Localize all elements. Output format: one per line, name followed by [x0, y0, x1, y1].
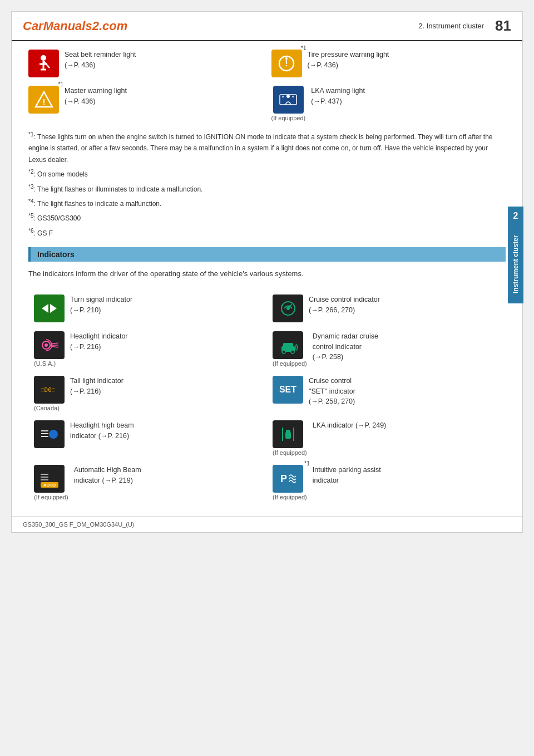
superscript-master: *1 — [58, 81, 63, 87]
header-right: 2. Instrument cluster 81 — [418, 17, 511, 35]
main-content: Seat belt reminder light(→P. 436) *1 ! T… — [12, 41, 522, 516]
svg-text:P: P — [280, 473, 287, 484]
parking-assist-sub-label: (If equipped) — [273, 494, 307, 500]
footer: GS350_300_GS F_OM_OM30G34U_(U) — [12, 516, 522, 532]
seat-belt-icon — [28, 50, 59, 77]
note-1: *1: These lights turn on when the engine… — [28, 130, 506, 165]
auto-high-beam-icon: AUTO — [34, 465, 65, 493]
headlight-sub-label: (U.S.A.) — [34, 360, 56, 367]
lka-indicator-icon — [273, 420, 303, 448]
note-3: *3: The light flashes or illuminates to … — [28, 182, 506, 195]
indicator-headlight-high-beam: Headlight high beamindicator (→P. 216) — [28, 416, 267, 460]
note-5: *5: GS350/GS300 — [28, 211, 506, 224]
note-2: *2: On some models — [28, 167, 506, 180]
svg-point-7 — [285, 57, 288, 60]
indicator-lka: (If equipped) LKA indicator (→P. 249) — [267, 416, 506, 460]
tire-pressure-icon: *1 ! — [271, 50, 302, 77]
master-warning-icon: *1 ! — [28, 86, 59, 114]
lka-sub-label: (If equipped) — [271, 115, 306, 121]
svg-point-15 — [286, 307, 290, 310]
seat-belt-label: Seat belt reminder light(→P. 436) — [65, 50, 136, 71]
set-text: SET — [279, 385, 296, 395]
svg-text:≡D0≡: ≡D0≡ — [41, 386, 56, 394]
parking-assist-icon: P — [273, 465, 303, 493]
tail-light-label: Tail light indicator(→P. 216) — [70, 376, 123, 397]
lka-indicator-label: LKA indicator (→P. 249) — [313, 420, 386, 431]
turn-signal-icon — [34, 294, 65, 322]
indicator-headlight: (U.S.A.) Headlight indicator(→P. 216) — [28, 327, 267, 371]
svg-point-18 — [44, 343, 48, 347]
indicator-cruise-control: Cruise control indicator(→P. 266, 270) — [267, 290, 506, 327]
note-6: *6: GS F — [28, 226, 506, 239]
side-label: Instrument cluster — [508, 225, 523, 303]
page-number: 81 — [495, 17, 511, 35]
auto-high-beam-label: Automatic High Beamindicator (→P. 219) — [74, 465, 141, 486]
dynamic-radar-sub-label: (If equipped) — [273, 360, 307, 367]
chapter-label: 2. Instrument cluster — [418, 22, 484, 30]
svg-text:!: ! — [285, 58, 288, 68]
lka-indicator-sub-label: (If equipped) — [273, 449, 307, 456]
side-number: 2 — [508, 207, 523, 225]
lka-warning-label: LKA warning light(→P. 437) — [311, 86, 365, 107]
svg-point-25 — [291, 350, 294, 354]
headlight-high-beam-icon — [34, 420, 65, 448]
svg-point-0 — [41, 55, 46, 61]
master-warning-label: Master warning light(→P. 436) — [65, 86, 127, 107]
page: CarManuals2.com 2. Instrument cluster 81 — [11, 11, 523, 533]
auto-high-beam-sub-label: (If equipped) — [34, 494, 68, 500]
cruise-set-label: Cruise control"SET" indicator(→P. 258, 2… — [309, 376, 355, 407]
turn-signal-label: Turn signal indicator(→P. 210) — [70, 294, 132, 316]
indicator-turn-signal: Turn signal indicator(→P. 210) — [28, 290, 267, 327]
warning-light-tire-pressure: *1 ! Tire pressure warning light(→P. 436… — [271, 50, 506, 77]
svg-text:!: ! — [42, 97, 45, 106]
warning-light-master: *1 ! Master warning light(→P. 436) — [28, 86, 263, 121]
cruise-control-icon — [273, 294, 303, 322]
headlight-label: Headlight indicator(→P. 216) — [70, 331, 128, 352]
note-4: *4: The light flashes to indicate a malf… — [28, 197, 506, 209]
tire-pressure-label: Tire pressure warning light(→P. 436) — [308, 50, 389, 71]
cruise-set-icon: SET — [273, 376, 303, 404]
logo: CarManuals2.com — [23, 19, 127, 33]
indicators-intro: The indicators inform the driver of the … — [28, 268, 506, 280]
dynamic-radar-label: Dynamic radar cruisecontrol indicator(→P… — [313, 331, 378, 362]
headlight-high-beam-label: Headlight high beamindicator (→P. 216) — [70, 420, 134, 441]
svg-rect-34 — [286, 430, 290, 433]
svg-text:AUTO: AUTO — [43, 483, 56, 488]
warning-lights-grid: Seat belt reminder light(→P. 436) *1 ! T… — [28, 50, 506, 121]
indicator-tail-light: ≡D0≡ (Canada) Tail light indicator(→P. 2… — [28, 371, 267, 416]
tail-light-sub-label: (Canada) — [34, 405, 60, 411]
page-header: CarManuals2.com 2. Instrument cluster 81 — [12, 12, 522, 41]
indicators-heading: Indicators — [28, 247, 506, 262]
tail-light-icon: ≡D0≡ — [34, 376, 65, 404]
dynamic-radar-icon — [273, 331, 303, 359]
svg-rect-23 — [283, 343, 293, 347]
svg-point-24 — [282, 350, 285, 354]
indicator-parking-assist: *1 P (If equipped) Intuitive parking — [267, 460, 506, 505]
indicator-dynamic-radar: (If equipped) Dynamic radar cruisecontro… — [267, 327, 506, 371]
indicator-cruise-set: SET Cruise control"SET" indicator(→P. 25… — [267, 371, 506, 416]
indicators-grid: Turn signal indicator(→P. 210) Cruise co… — [28, 290, 506, 505]
indicator-auto-high-beam: AUTO (If equipped) Automatic High Beamin… — [28, 460, 267, 505]
parking-assist-label: Intuitive parking assistindicator — [313, 465, 381, 486]
warning-light-lka: (If equipped) LKA warning light(→P. 437) — [271, 86, 506, 121]
cruise-control-label: Cruise control indicator(→P. 266, 270) — [309, 294, 380, 316]
warning-light-seat-belt: Seat belt reminder light(→P. 436) — [28, 50, 263, 77]
lka-warning-icon — [273, 86, 304, 114]
side-tab-container: 2 Instrument cluster — [508, 207, 523, 303]
footer-text: GS350_300_GS F_OM_OM30G34U_(U) — [23, 521, 135, 528]
headlight-indicator-icon — [34, 331, 65, 359]
svg-point-11 — [286, 95, 290, 98]
superscript-tire: *1 — [301, 45, 306, 51]
notes-section: *1: These lights turn on when the engine… — [28, 130, 506, 239]
parking-superscript: *1 — [304, 460, 309, 467]
